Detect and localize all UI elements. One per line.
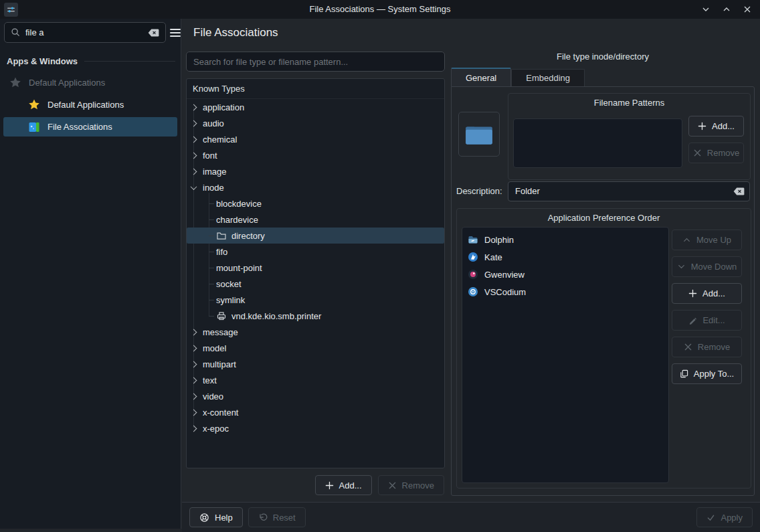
tree-item[interactable]: vnd.kde.kio.smb.printer xyxy=(187,308,444,324)
tree-item-label: multipart xyxy=(203,359,236,369)
close-icon xyxy=(743,5,751,13)
tree-item[interactable]: blockdevice xyxy=(187,195,444,211)
filetype-tree[interactable]: application xyxy=(187,99,444,436)
star-icon xyxy=(28,98,40,110)
add-app-button[interactable]: Add... xyxy=(672,283,742,304)
tree-item[interactable]: fifo xyxy=(187,244,444,260)
tree-item[interactable]: chardevice xyxy=(187,211,444,228)
close-button[interactable] xyxy=(741,3,753,15)
maximize-button[interactable] xyxy=(721,3,733,15)
reset-button[interactable]: Reset xyxy=(248,507,306,527)
apply-to-button[interactable]: Apply To... xyxy=(672,363,742,384)
app-list-item[interactable]: Gwenview xyxy=(462,266,668,283)
tree-item-label: directory xyxy=(231,231,265,241)
app-name: Gwenview xyxy=(484,270,525,280)
expander-icon[interactable] xyxy=(191,104,197,110)
pages-icon xyxy=(680,369,688,378)
app-list-item[interactable]: Kate xyxy=(462,248,668,266)
tree-item[interactable]: application xyxy=(187,99,444,115)
plus-icon xyxy=(325,481,334,490)
expander-icon[interactable] xyxy=(191,409,197,416)
menu-button[interactable] xyxy=(169,22,181,43)
tree-item[interactable]: video xyxy=(187,388,444,404)
app-preference-list[interactable]: Dolphin xyxy=(462,227,669,483)
add-pattern-button[interactable]: Add... xyxy=(688,116,744,137)
minimize-button[interactable] xyxy=(700,3,712,15)
tree-item[interactable]: mount-point xyxy=(187,260,444,276)
tree-item-label: model xyxy=(203,343,226,353)
tree-item[interactable]: multipart xyxy=(187,356,444,372)
tree-item[interactable]: model xyxy=(187,340,444,356)
tree-item-label: application xyxy=(203,102,244,112)
expander-icon[interactable] xyxy=(191,377,197,383)
filename-patterns-list[interactable] xyxy=(513,118,682,168)
edit-app-button[interactable]: Edit... xyxy=(672,310,742,331)
remove-app-button[interactable]: Remove xyxy=(672,337,742,357)
sidebar-item-label: File Associations xyxy=(48,122,112,132)
page-title: File Associations xyxy=(193,26,278,39)
tree-item[interactable]: x-content xyxy=(187,404,444,420)
remove-filetype-button[interactable]: Remove xyxy=(378,475,444,495)
sidebar: Apps & Windows Default Applications Defa… xyxy=(0,19,181,529)
clear-description-button[interactable] xyxy=(733,187,745,195)
expander-icon[interactable] xyxy=(191,329,197,335)
tree-item-label: message xyxy=(203,327,238,337)
tree-item[interactable]: message xyxy=(187,324,444,340)
apply-button[interactable]: Apply xyxy=(696,507,753,527)
move-up-button[interactable]: Move Up xyxy=(672,230,742,250)
move-down-button[interactable]: Move Down xyxy=(672,256,742,277)
description-label: Description: xyxy=(456,186,508,196)
app-list-item[interactable]: VSCodium xyxy=(462,283,668,300)
tree-item-label: fifo xyxy=(216,247,227,257)
star-icon xyxy=(9,76,21,88)
tree-item[interactable]: audio xyxy=(187,115,444,131)
tree-item[interactable]: image xyxy=(187,163,444,179)
tree-item[interactable]: chemical xyxy=(187,131,444,147)
clear-search-button[interactable] xyxy=(148,29,159,37)
remove-pattern-button[interactable]: Remove xyxy=(688,143,744,163)
sidebar-section-header: Apps & Windows xyxy=(7,56,175,66)
add-filetype-button[interactable]: Add... xyxy=(315,475,372,495)
sidebar-search[interactable] xyxy=(4,22,166,43)
tree-item[interactable]: x-epoc xyxy=(187,420,444,436)
backspace-clear-icon xyxy=(148,29,159,37)
tree-item-label: socket xyxy=(216,279,242,289)
filetype-search-input[interactable] xyxy=(186,52,445,72)
app-list-item[interactable]: Dolphin xyxy=(462,231,668,248)
tree-item[interactable]: socket xyxy=(187,276,444,292)
expander-icon[interactable] xyxy=(191,361,197,367)
kate-icon xyxy=(468,252,478,262)
expander-icon[interactable] xyxy=(191,152,197,159)
sidebar-item-file-associations[interactable]: File Associations xyxy=(3,117,177,137)
known-types-frame: Known Types xyxy=(186,78,445,468)
description-input[interactable] xyxy=(508,181,750,201)
filetype-icon-button[interactable] xyxy=(458,112,500,157)
tab-general[interactable]: General xyxy=(451,68,511,86)
app-name: Kate xyxy=(484,252,502,262)
expander-icon[interactable] xyxy=(191,183,197,190)
tree-item[interactable]: inode xyxy=(187,179,444,195)
section-label: Apps & Windows xyxy=(7,56,78,66)
tree-item-label: chemical xyxy=(203,135,237,145)
tree-item[interactable]: directory xyxy=(187,228,444,244)
expander-icon[interactable] xyxy=(191,345,197,351)
tree-item[interactable]: symlink xyxy=(187,292,444,308)
undo-icon xyxy=(258,513,268,522)
tree-item[interactable]: text xyxy=(187,372,444,388)
expander-icon[interactable] xyxy=(191,120,197,126)
sidebar-item-default-applications-category[interactable]: Default Applications xyxy=(3,73,177,92)
file-type-title: File type inode/directory xyxy=(451,52,755,64)
sidebar-search-input[interactable] xyxy=(25,27,143,37)
expander-icon[interactable] xyxy=(191,425,197,432)
expander-icon[interactable] xyxy=(191,168,197,175)
help-button[interactable]: Help xyxy=(189,507,243,527)
tab-embedding[interactable]: Embedding xyxy=(511,69,585,86)
app-name: Dolphin xyxy=(484,235,514,245)
titlebar: File Associations — System Settings xyxy=(0,0,760,19)
expander-icon[interactable] xyxy=(191,393,197,400)
tree-item[interactable]: font xyxy=(187,147,444,163)
pencil-icon xyxy=(688,316,697,325)
general-tab-content: Filename Patterns Add... Remove Descript… xyxy=(451,86,755,496)
sidebar-item-default-applications[interactable]: Default Applications xyxy=(3,95,177,114)
expander-icon[interactable] xyxy=(191,136,197,143)
